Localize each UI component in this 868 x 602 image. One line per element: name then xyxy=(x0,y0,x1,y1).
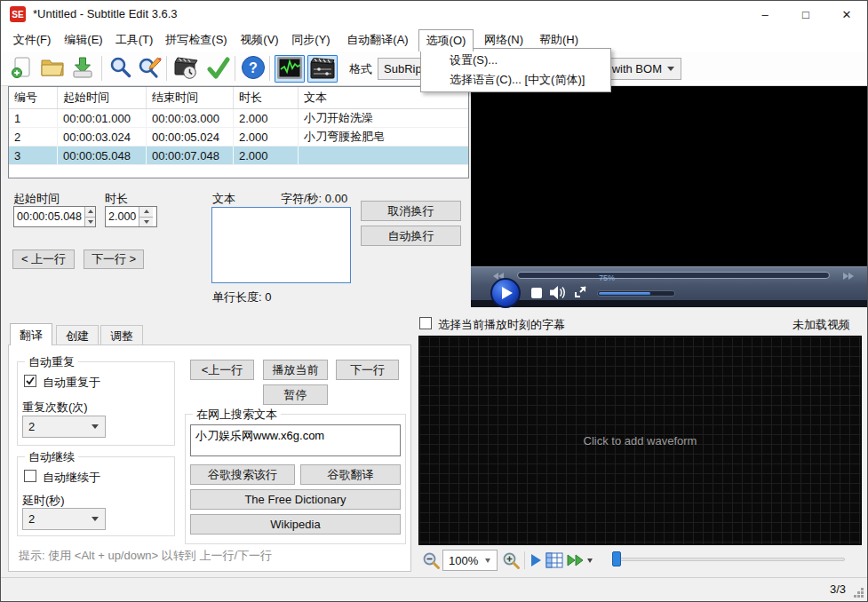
seek-bar[interactable] xyxy=(517,272,830,279)
menu-auto-translate[interactable]: 自动翻译(A) xyxy=(337,29,418,50)
google-search-line-button[interactable]: 谷歌搜索该行 xyxy=(190,464,295,485)
replace-button[interactable] xyxy=(136,55,164,83)
previous-line-button[interactable]: < 上一行 xyxy=(12,250,75,269)
subtitle-row-2[interactable]: 2 00:00:03.024 00:00:05.024 2.000 小刀弯腰捡肥… xyxy=(9,128,468,147)
single-line-length-label: 单行长度: 0 xyxy=(212,289,271,305)
play-current-button[interactable]: 播放当前 xyxy=(263,360,328,380)
waveform-toggle-button[interactable] xyxy=(275,55,305,83)
app-icon: SE xyxy=(10,6,26,22)
spin-down[interactable] xyxy=(85,217,95,227)
menu-help[interactable]: 帮助(H) xyxy=(532,29,585,50)
zoom-out-icon[interactable] xyxy=(422,551,441,573)
speed-dropdown-chevron-icon[interactable] xyxy=(587,558,593,563)
cell-start: 00:00:05.048 xyxy=(58,147,147,164)
col-header-number[interactable]: 编号 xyxy=(9,87,58,108)
columns-view-icon[interactable] xyxy=(545,552,563,571)
spin-up[interactable] xyxy=(139,207,153,217)
close-button[interactable]: ✕ xyxy=(826,1,867,28)
menu-sync[interactable]: 同步(Y) xyxy=(285,29,337,50)
free-dictionary-button[interactable]: The Free Dictionary xyxy=(190,489,401,510)
col-header-start[interactable]: 起始时间 xyxy=(58,87,147,108)
waveform-area[interactable]: Click to add waveform xyxy=(418,336,862,545)
auto-continue-checkbox[interactable] xyxy=(24,470,36,482)
zoom-in-icon[interactable] xyxy=(502,551,521,573)
cell-text xyxy=(299,147,468,164)
play-button[interactable] xyxy=(490,278,521,308)
menu-spellcheck[interactable]: 拼写检查(S) xyxy=(159,29,234,50)
fast-forward-icon[interactable] xyxy=(842,270,855,283)
auto-repeat-checkbox[interactable] xyxy=(24,375,36,387)
col-header-end[interactable]: 结束时间 xyxy=(147,87,234,108)
menu-item-settings[interactable]: 设置(S)... xyxy=(421,51,610,70)
resize-grip[interactable] xyxy=(861,595,864,598)
menu-edit[interactable]: 编辑(E) xyxy=(58,29,109,50)
fullscreen-icon[interactable] xyxy=(574,286,586,301)
check-mark-icon xyxy=(206,56,230,83)
spin-down[interactable] xyxy=(139,217,153,227)
help-icon: ? xyxy=(241,55,266,83)
pause-button[interactable]: 暂停 xyxy=(263,384,328,405)
select-current-subtitle-checkbox[interactable] xyxy=(419,317,432,329)
duration-spinner[interactable]: 2.000 xyxy=(105,206,157,227)
new-file-button[interactable] xyxy=(8,55,36,83)
options-menu-dropdown: 设置(S)... 选择语言(C)... [中文(简体)] xyxy=(420,48,611,92)
cell-duration: 2.000 xyxy=(234,147,299,164)
menu-tools[interactable]: 工具(T) xyxy=(109,29,159,50)
video-toggle-button[interactable] xyxy=(307,55,338,83)
waveform-zoom-combobox[interactable]: 100% xyxy=(442,550,498,571)
maximize-button[interactable]: □ xyxy=(785,1,826,28)
volume-slider[interactable] xyxy=(597,290,675,297)
find-button[interactable] xyxy=(106,55,134,83)
unbreak-button[interactable]: 取消换行 xyxy=(361,201,461,221)
tab-adjust[interactable]: 调整 xyxy=(100,325,143,345)
delay-combobox[interactable]: 2 xyxy=(22,508,106,530)
auto-break-button[interactable]: 自动换行 xyxy=(361,226,461,246)
subtitle-text-input[interactable] xyxy=(211,207,351,283)
open-file-button[interactable] xyxy=(38,55,67,83)
waveform-play-icon[interactable] xyxy=(530,553,542,570)
search-icon xyxy=(108,56,132,83)
menu-item-choose-language[interactable]: 选择语言(C)... [中文(简体)] xyxy=(421,70,610,90)
subtitle-edit-window: SE *Untitled - Subtitle Edit 3.6.3 – □ ✕… xyxy=(0,0,868,602)
status-bar: 3/3 xyxy=(1,577,867,601)
menu-file[interactable]: 文件(F) xyxy=(6,29,58,50)
chevron-down-icon xyxy=(485,558,490,563)
menu-options[interactable]: 选项(O) xyxy=(418,29,474,51)
menu-video[interactable]: 视频(V) xyxy=(234,29,285,50)
playback-speed-icon[interactable] xyxy=(566,554,585,569)
spell-check-button[interactable] xyxy=(203,55,232,83)
start-time-spinner[interactable]: 00:00:05.048 xyxy=(13,206,96,227)
subtitle-list: 编号 起始时间 结束时间 时长 文本 1 00:00:01.000 00:00:… xyxy=(8,86,469,178)
no-video-label: 未加载视频 xyxy=(792,317,850,333)
subtitle-row-1[interactable]: 1 00:00:01.000 00:00:03.000 2.000 小刀开始洗澡 xyxy=(9,109,468,128)
wikipedia-button[interactable]: Wikipedia xyxy=(190,514,401,535)
title-bar: SE *Untitled - Subtitle Edit 3.6.3 – □ ✕ xyxy=(1,1,867,28)
cell-end: 00:00:03.000 xyxy=(147,109,234,127)
spin-up[interactable] xyxy=(85,207,95,217)
google-translate-button[interactable]: 谷歌翻译 xyxy=(300,464,401,485)
tab-create[interactable]: 创建 xyxy=(56,325,99,345)
prev-line-button-bottom[interactable]: <上一行 xyxy=(190,360,254,380)
col-header-duration[interactable]: 时长 xyxy=(234,87,299,108)
waveform-position-slider-thumb[interactable] xyxy=(612,551,621,566)
next-line-button-bottom[interactable]: 下一行 xyxy=(336,360,399,380)
help-button[interactable]: ? xyxy=(239,55,267,83)
tab-translate[interactable]: 翻译 xyxy=(10,323,52,345)
video-player[interactable]: 75% xyxy=(471,86,868,307)
repeat-count-combobox[interactable]: 2 xyxy=(22,416,106,438)
player-control-bar: 75% xyxy=(471,266,868,300)
delay-value: 2 xyxy=(23,512,92,526)
duration-label: 时长 xyxy=(105,191,128,207)
stop-button[interactable] xyxy=(531,288,542,298)
auto-continue-checkbox-label: 自动继续于 xyxy=(43,470,100,486)
visual-sync-button[interactable] xyxy=(171,55,200,83)
waveform-zoom-value: 100% xyxy=(443,554,485,567)
web-search-input[interactable]: 小刀娱乐网www.x6g.com xyxy=(190,424,401,456)
subtitle-row-3-selected[interactable]: 3 00:00:05.048 00:00:07.048 2.000 xyxy=(9,147,468,165)
menu-network[interactable]: 网络(N) xyxy=(477,29,530,50)
waveform-position-slider[interactable] xyxy=(612,558,845,561)
minimize-button[interactable]: – xyxy=(745,1,785,28)
next-line-button[interactable]: 下一行 > xyxy=(84,250,144,269)
shortcut-hint: 提示: 使用 <Alt + up/down> 以转到 上一行/下一行 xyxy=(19,548,272,564)
save-button[interactable] xyxy=(68,55,97,83)
